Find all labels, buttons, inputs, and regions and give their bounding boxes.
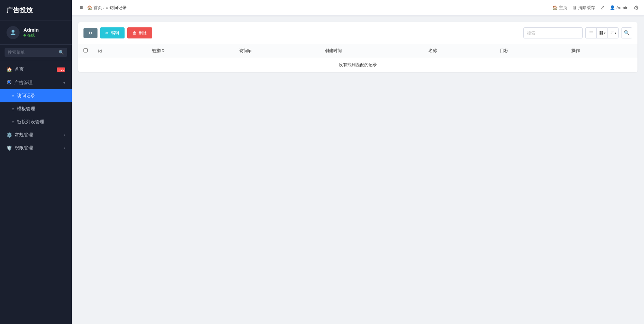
app-title: 广告投放 <box>7 7 33 14</box>
sidebar-group-general-management[interactable]: ⚙️ 常规管理 ‹ <box>0 128 72 141</box>
breadcrumb-separator: / <box>103 5 105 10</box>
ad-management-icon <box>7 80 12 86</box>
table-empty-row: 没有找到匹配的记录 <box>78 58 637 72</box>
table-search-input[interactable] <box>527 31 579 36</box>
empty-message: 没有找到匹配的记录 <box>339 62 377 67</box>
menu-toggle-icon[interactable]: ≡ <box>77 3 86 12</box>
table-search-box[interactable] <box>523 27 583 38</box>
user-avatar <box>7 26 20 39</box>
view-toggle-group: ▾ ▾ <box>585 27 619 38</box>
sidebar: 广告投放 Admin 在线 🔍 🏠 首页 hot <box>0 0 72 324</box>
sidebar-sub-ad: ○ 访问记录 ○ 模板管理 ○ 链接列表管理 <box>0 89 72 128</box>
sidebar-group-permission-management[interactable]: 🛡️ 权限管理 ‹ <box>0 141 72 155</box>
content-card: ↻ ✏ 编辑 🗑 删除 <box>78 22 637 72</box>
chevron-left-icon: ‹ <box>64 133 65 137</box>
toolbar-right: ▾ ▾ 🔍 <box>523 27 632 38</box>
permission-management-icon: 🛡️ <box>7 145 12 151</box>
header-user-icon: 👤 <box>610 5 615 10</box>
settings-icon: ⚙ <box>634 4 639 11</box>
refresh-button[interactable]: ↻ <box>83 28 97 38</box>
table-select-all-col <box>78 44 93 58</box>
breadcrumb-home[interactable]: 🏠 首页 <box>87 5 102 11</box>
sidebar-item-home[interactable]: 🏠 首页 hot <box>0 63 72 76</box>
visit-record-icon: ○ <box>12 94 14 98</box>
svg-rect-5 <box>599 33 601 35</box>
header-fullscreen-icon: ⤢ <box>600 5 605 11</box>
breadcrumb-home-icon: 🏠 <box>87 5 92 10</box>
grid-dropdown-icon: ▾ <box>604 31 606 35</box>
table-header-id: Id <box>93 44 147 58</box>
sidebar-logo: 广告投放 <box>0 0 72 21</box>
data-table: Id 链接ID 访问ip 创建时间 名称 目标 操作 没有找到匹配的记录 <box>78 44 637 72</box>
svg-rect-3 <box>599 31 601 33</box>
refresh-icon: ↻ <box>89 31 92 36</box>
delete-icon: 🗑 <box>132 31 137 36</box>
sidebar-search: 🔍 <box>0 45 72 60</box>
list-view-btn[interactable] <box>585 27 596 38</box>
user-info: Admin 在线 <box>23 27 39 38</box>
table-header-action: 操作 <box>566 44 637 58</box>
header-home-icon: 🏠 <box>552 5 558 10</box>
header-fullscreen-btn[interactable]: ⤢ <box>600 5 605 11</box>
grid-view-btn[interactable]: ▾ <box>596 27 607 38</box>
user-status: 在线 <box>23 33 39 38</box>
column-settings-btn[interactable]: ▾ <box>607 27 619 38</box>
user-name: Admin <box>23 27 39 33</box>
chevron-left-icon-perm: ‹ <box>64 146 65 150</box>
link-icon: ○ <box>12 120 14 125</box>
status-dot <box>23 34 26 37</box>
svg-rect-2 <box>589 34 593 34</box>
toolbar-left: ↻ ✏ 编辑 🗑 删除 <box>83 27 152 38</box>
sidebar-item-template-management[interactable]: ○ 模板管理 <box>0 102 72 115</box>
sidebar-item-visit-record[interactable]: ○ 访问记录 <box>0 89 72 102</box>
hot-badge: hot <box>57 67 65 72</box>
svg-rect-6 <box>601 33 603 35</box>
edit-icon: ✏ <box>105 31 109 36</box>
select-all-checkbox[interactable] <box>83 48 88 52</box>
header-trash-icon: 🗑 <box>573 5 577 10</box>
header-left: ≡ 🏠 首页 / ○ 访问记录 <box>77 3 127 12</box>
header: ≡ 🏠 首页 / ○ 访问记录 🏠 主页 🗑 清除缓存 <box>72 0 644 16</box>
table-header-created: 创建时间 <box>320 44 423 58</box>
table-header-ip: 访问ip <box>234 44 320 58</box>
table-header-link-id: 链接ID <box>147 44 234 58</box>
breadcrumb-current[interactable]: ○ 访问记录 <box>106 5 127 11</box>
header-home-btn[interactable]: 🏠 主页 <box>552 5 567 11</box>
home-icon: 🏠 <box>7 67 12 72</box>
edit-button[interactable]: ✏ 编辑 <box>100 27 125 38</box>
svg-rect-1 <box>589 33 593 33</box>
breadcrumb: 🏠 首页 / ○ 访问记录 <box>87 5 127 11</box>
svg-rect-0 <box>589 32 593 32</box>
header-user[interactable]: 👤 Admin <box>610 5 628 10</box>
sidebar-user: Admin 在线 <box>0 21 72 45</box>
ad-management-label: 广告管理 <box>14 80 33 86</box>
svg-rect-4 <box>601 31 603 33</box>
search-submit-icon: 🔍 <box>624 30 630 36</box>
content: ↻ ✏ 编辑 🗑 删除 <box>72 16 644 324</box>
header-settings-btn[interactable]: ⚙ <box>634 4 639 11</box>
column-settings-dropdown-icon: ▾ <box>615 31 616 35</box>
sidebar-item-link-management[interactable]: ○ 链接列表管理 <box>0 115 72 128</box>
table-header-target: 目标 <box>495 44 566 58</box>
delete-button[interactable]: 🗑 删除 <box>127 27 152 38</box>
sidebar-search-input[interactable] <box>8 50 57 55</box>
sidebar-search-icon: 🔍 <box>59 50 64 55</box>
table-header-name: 名称 <box>423 44 495 58</box>
toolbar: ↻ ✏ 编辑 🗑 删除 <box>78 22 637 44</box>
chevron-down-icon: ▾ <box>63 81 65 85</box>
sidebar-search-box[interactable]: 🔍 <box>5 48 67 57</box>
sidebar-group-ad-management[interactable]: 广告管理 ▾ <box>0 76 72 89</box>
breadcrumb-current-icon: ○ <box>106 5 108 10</box>
header-clear-cache-btn[interactable]: 🗑 清除缓存 <box>573 5 595 11</box>
search-submit-btn[interactable]: 🔍 <box>621 27 632 38</box>
general-management-icon: ⚙️ <box>7 132 12 138</box>
sidebar-nav: 🏠 首页 hot 广告管理 ▾ ○ 访问记录 <box>0 60 72 324</box>
template-icon: ○ <box>12 107 14 111</box>
header-right: 🏠 主页 🗑 清除缓存 ⤢ 👤 Admin ⚙ <box>552 4 639 11</box>
main: ≡ 🏠 首页 / ○ 访问记录 🏠 主页 🗑 清除缓存 <box>72 0 644 324</box>
